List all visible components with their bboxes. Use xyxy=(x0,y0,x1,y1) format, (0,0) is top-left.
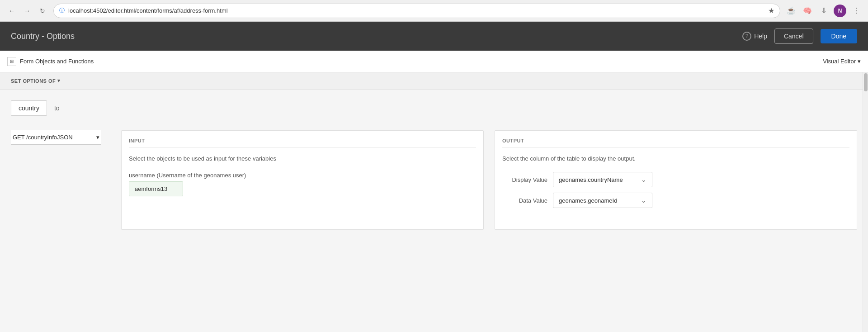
visual-editor-label: Visual Editor xyxy=(823,58,856,65)
help-icon: ? xyxy=(742,32,751,41)
chevron-down-icon: ▾ xyxy=(96,134,99,141)
info-icon: ⓘ xyxy=(59,7,65,14)
condition-row: country to xyxy=(11,100,857,116)
country-chip[interactable]: country xyxy=(11,100,47,116)
extensions-icon[interactable]: ☕ xyxy=(785,5,797,17)
done-button[interactable]: Done xyxy=(821,29,857,43)
display-value-dropdown[interactable]: geonames.countryName ⌄ xyxy=(553,172,652,187)
panel-label: Form Objects and Functions xyxy=(20,58,94,65)
service-dropdown-label: GET /countryInfoJSON xyxy=(13,134,73,141)
output-panel-title: OUTPUT xyxy=(502,138,849,147)
scrollbar-thumb[interactable] xyxy=(864,73,868,91)
output-panel-description: Select the column of the table to displa… xyxy=(502,155,849,163)
forward-button[interactable]: → xyxy=(21,5,33,17)
data-value-selected: geonames.geonameId xyxy=(559,197,617,204)
username-label: username (Username of the geonames user) xyxy=(129,172,476,179)
back-button[interactable]: ← xyxy=(5,5,18,17)
scrollbar-track[interactable] xyxy=(863,72,868,332)
visual-editor-button[interactable]: Visual Editor ▾ xyxy=(823,58,861,65)
browser-actions: ☕ 🧠 ⇩ N ⋮ xyxy=(785,5,863,17)
address-bar[interactable]: ⓘ localhost:4502/editor.html/content/for… xyxy=(53,4,780,18)
output-panel: OUTPUT Select the column of the table to… xyxy=(495,130,857,230)
username-value[interactable]: aemforms13 xyxy=(129,181,183,196)
toolbar: ⊞ Form Objects and Functions Visual Edit… xyxy=(0,51,868,72)
data-value-dropdown[interactable]: geonames.geonameId ⌄ xyxy=(553,193,652,208)
service-dropdown-container: GET /countryInfoJSON ▾ xyxy=(11,130,110,145)
nav-buttons: ← → ↻ xyxy=(5,5,49,17)
chevron-down-icon: ▾ xyxy=(57,78,61,84)
input-panel-title: INPUT xyxy=(129,138,476,147)
app-header: Country - Options ? Help Cancel Done xyxy=(0,22,868,51)
bookmark-icon[interactable]: ★ xyxy=(768,6,774,15)
cancel-button[interactable]: Cancel xyxy=(774,28,813,44)
download-icon[interactable]: ⇩ xyxy=(817,5,830,17)
display-value-selected: geonames.countryName xyxy=(559,176,623,183)
username-input-group: username (Username of the geonames user)… xyxy=(129,172,476,196)
to-text: to xyxy=(54,104,60,112)
display-value-row: Display Value geonames.countryName ⌄ xyxy=(502,172,849,187)
chevron-down-icon: ▾ xyxy=(858,58,861,65)
service-dropdown[interactable]: GET /countryInfoJSON ▾ xyxy=(11,130,101,145)
menu-icon[interactable]: ⋮ xyxy=(850,5,863,17)
chevron-down-icon: ⌄ xyxy=(641,176,646,183)
main-content: SET OPTIONS OF ▾ country to GET /country… xyxy=(0,72,868,332)
display-value-label: Display Value xyxy=(502,176,547,183)
panel-icon: ⊞ xyxy=(7,57,16,66)
user-avatar[interactable]: N xyxy=(834,5,846,17)
help-label: Help xyxy=(754,33,767,40)
browser-chrome: ← → ↻ ⓘ localhost:4502/editor.html/conte… xyxy=(0,0,868,22)
set-options-label[interactable]: SET OPTIONS OF ▾ xyxy=(11,78,61,84)
input-panel-description: Select the objects to be used as input f… xyxy=(129,155,476,163)
content-area: country to GET /countryInfoJSON ▾ INPUT … xyxy=(0,90,868,241)
toolbar-left: ⊞ Form Objects and Functions xyxy=(7,57,94,66)
data-value-label: Data Value xyxy=(502,197,547,204)
toolbar-right: Visual Editor ▾ xyxy=(823,58,861,65)
puzzle-icon[interactable]: 🧠 xyxy=(801,5,814,17)
reload-button[interactable]: ↻ xyxy=(36,5,49,17)
header-actions: ? Help Cancel Done xyxy=(742,28,857,44)
url-text: localhost:4502/editor.html/content/forms… xyxy=(68,7,764,14)
input-panel: INPUT Select the objects to be used as i… xyxy=(121,130,484,230)
chevron-down-icon: ⌄ xyxy=(641,197,646,204)
data-value-row: Data Value geonames.geonameId ⌄ xyxy=(502,193,849,208)
bottom-row: GET /countryInfoJSON ▾ INPUT Select the … xyxy=(11,130,857,230)
help-button[interactable]: ? Help xyxy=(742,32,767,41)
app-title: Country - Options xyxy=(11,32,75,41)
set-options-bar: SET OPTIONS OF ▾ xyxy=(0,72,868,90)
